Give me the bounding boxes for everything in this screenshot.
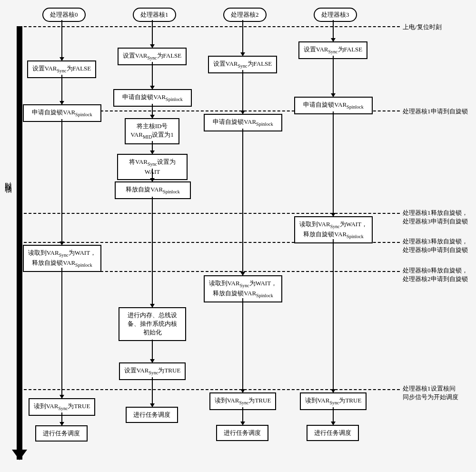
arrow-down (333, 239, 334, 392)
arrow-down (242, 298, 243, 392)
arrow-down (61, 20, 62, 60)
core-0-header: 处理器核0 (42, 8, 86, 22)
arrow-down (152, 141, 153, 154)
c0-schedule: 进行任务调度 (35, 425, 88, 442)
arrow-down (152, 104, 153, 118)
c1-set-mid: 将主核ID号 VARMID设置为1 (125, 118, 179, 144)
arrow-down (61, 119, 62, 245)
c2-schedule: 进行任务调度 (216, 425, 268, 441)
arrow-down (152, 62, 153, 89)
dashed-line (19, 213, 400, 214)
arrow-down (333, 111, 334, 216)
dashed-line (19, 26, 400, 27)
annotation: 处理器核3释放自旋锁， 处理器核0申请到自旋锁 (403, 237, 468, 254)
arrow-down (242, 70, 243, 114)
core-2-header: 处理器核2 (223, 8, 267, 22)
arrow-down (61, 75, 62, 104)
arrow-down (333, 407, 334, 425)
arrow-down (152, 340, 153, 362)
c3-schedule: 进行任务调度 (307, 425, 359, 441)
core-1-header: 处理器核1 (133, 8, 176, 22)
arrow-down (152, 377, 153, 407)
arrow-down (333, 20, 334, 41)
arrow-down (152, 197, 153, 307)
annotation: 处理器核1设置核间 同步信号为开始调度 (403, 384, 458, 402)
annotation: 处理器核0释放自旋锁， 处理器核2申请到自旋锁 (403, 266, 468, 283)
c1-release-spinlock: 释放自旋VARSpinlock (115, 181, 191, 199)
c1-schedule: 进行任务调度 (126, 407, 178, 423)
arrow-down (61, 268, 62, 398)
arrow-down (61, 412, 62, 425)
arrow-down (333, 56, 334, 97)
arrow-down (242, 20, 243, 56)
annotation: 处理器核1申请到自旋锁 (403, 107, 468, 116)
time-axis (17, 26, 22, 460)
arrow-down (242, 129, 243, 275)
core-3-header: 处理器核3 (314, 8, 357, 22)
dashed-line (19, 389, 400, 390)
arrow-down (152, 169, 153, 181)
arrow-down (152, 20, 153, 48)
time-axis-label: 时间轴 (4, 176, 13, 182)
c1-init: 进行内存、总线设 备、操作系统内核 初始化 (119, 307, 186, 341)
annotation: 上电/复位时刻 (403, 23, 442, 31)
arrow-down (242, 407, 243, 425)
annotation: 处理器核1释放自旋锁， 处理器核3申请到自旋锁 (403, 209, 468, 226)
